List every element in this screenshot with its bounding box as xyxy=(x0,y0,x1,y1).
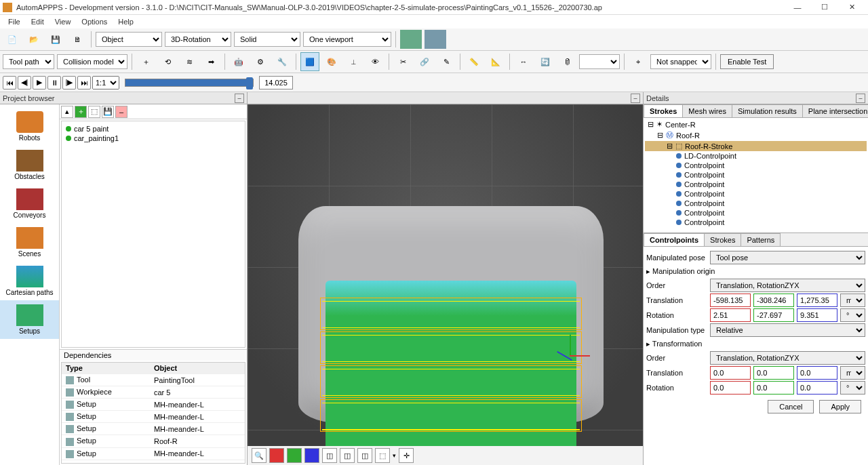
t2y-field[interactable] xyxy=(753,366,794,380)
eye-icon[interactable]: 👁 xyxy=(366,52,384,71)
tree-item[interactable]: car 5 paint xyxy=(64,124,242,134)
robot-icon-2[interactable]: ⚙ xyxy=(251,52,270,71)
menu-view[interactable]: View xyxy=(50,16,77,27)
collapse-all-icon[interactable]: ▴ xyxy=(61,106,73,118)
minimize-button[interactable]: — xyxy=(784,0,811,15)
tree-controlpoint[interactable]: Controlpoint xyxy=(645,208,867,218)
cursor-icon[interactable]: ✛ xyxy=(399,448,414,463)
cylinder-icon[interactable]: 🛢 xyxy=(557,52,576,71)
tab-sim[interactable]: Simulation results xyxy=(732,104,803,117)
thumbnail-2-icon[interactable] xyxy=(425,30,446,49)
tree-item[interactable]: car_painting1 xyxy=(64,134,242,143)
save-as-icon[interactable]: 🗎 xyxy=(68,30,87,49)
tool-icon-1[interactable]: ⟂ xyxy=(344,52,363,71)
project-tree[interactable]: car 5 paint car_painting1 xyxy=(61,121,245,348)
order-select-1[interactable]: Translation, RotationZYX xyxy=(710,279,865,292)
menu-file[interactable]: File xyxy=(3,16,26,27)
edit-icon[interactable]: ✎ xyxy=(437,52,456,71)
angle-icon[interactable]: 📐 xyxy=(486,52,505,71)
spray-icon[interactable]: 🎨 xyxy=(322,52,341,71)
open-icon[interactable]: 📂 xyxy=(24,30,43,49)
step-fwd-icon[interactable]: |▶ xyxy=(62,76,76,89)
toolpath-select[interactable]: Tool path xyxy=(3,54,54,69)
add-icon[interactable]: ＋ xyxy=(75,106,87,118)
tree-controlpoint[interactable]: Controlpoint xyxy=(645,199,867,208)
path-icon-3[interactable]: ≋ xyxy=(180,52,199,71)
table-row[interactable]: Workpiececar 5 xyxy=(62,386,245,399)
pause-icon[interactable]: ⏸ xyxy=(47,76,61,89)
sync-icon[interactable]: ↔ xyxy=(514,52,533,71)
subtab-patterns[interactable]: Patterns xyxy=(741,233,781,246)
view-right-icon[interactable] xyxy=(269,448,284,463)
table-row[interactable]: SetupRoof-R xyxy=(62,435,245,447)
t2z-field[interactable] xyxy=(797,366,837,380)
skip-end-icon[interactable]: ⏭ xyxy=(77,76,91,89)
close-button[interactable]: ✕ xyxy=(838,0,865,15)
r2z-field[interactable] xyxy=(797,381,837,395)
cat-scenes[interactable]: Scenes xyxy=(0,223,59,262)
tree-controlpoint[interactable]: Controlpoint xyxy=(645,189,867,199)
rot-unit-2[interactable]: ° xyxy=(840,381,865,395)
pane-collapse-icon[interactable]: – xyxy=(235,94,244,103)
copy-icon[interactable]: ⬚ xyxy=(88,106,100,118)
paint-icon-active[interactable]: 🟦 xyxy=(300,52,319,71)
trans-unit[interactable]: mm xyxy=(840,294,865,307)
viewport-scene[interactable] xyxy=(248,104,643,446)
menu-help[interactable]: Help xyxy=(113,16,139,27)
view-cube-icon[interactable]: ⬚ xyxy=(375,448,390,463)
cat-cartesian[interactable]: Cartesian paths xyxy=(0,262,59,300)
table-row[interactable]: ToolPaintingTool xyxy=(62,374,245,386)
section-origin[interactable]: Manipulation origin xyxy=(646,266,865,277)
ty-field[interactable] xyxy=(753,294,794,307)
reload-icon[interactable]: 🔄 xyxy=(536,52,555,71)
empty-select[interactable] xyxy=(579,54,620,69)
export-icon[interactable]: ➡ xyxy=(201,52,220,71)
strokes-tree[interactable]: ⊟✶Center-R ⊟ⓂRoof-R ⊟⬚Roof-R-Stroke LD-C… xyxy=(644,118,868,233)
maximize-button[interactable]: ☐ xyxy=(811,0,838,15)
object-select[interactable]: Object xyxy=(96,32,162,47)
subtab-strokes[interactable]: Strokes xyxy=(704,233,741,246)
cat-setups[interactable]: Setups xyxy=(0,300,59,339)
table-row[interactable]: SetupMH-meander-L xyxy=(62,411,245,423)
robot-icon-1[interactable]: 🤖 xyxy=(229,52,248,71)
snap-icon[interactable]: ⌖ xyxy=(629,52,648,71)
cat-robots[interactable]: Robots xyxy=(0,107,59,146)
time-field[interactable] xyxy=(259,76,293,89)
menu-edit[interactable]: Edit xyxy=(26,16,50,27)
ry-field[interactable] xyxy=(753,308,794,322)
tab-strokes[interactable]: Strokes xyxy=(644,104,683,117)
shading-select[interactable]: Solid xyxy=(234,32,300,47)
cancel-button[interactable]: Cancel xyxy=(768,400,814,413)
menu-options[interactable]: Options xyxy=(76,16,113,27)
zoom-icon[interactable]: 🔍 xyxy=(252,448,267,463)
cut-icon[interactable]: ✂ xyxy=(393,52,412,71)
apply-button[interactable]: Apply xyxy=(819,400,861,413)
tree-controlpoint[interactable]: Controlpoint xyxy=(645,218,867,227)
viewport-collapse-icon[interactable]: – xyxy=(631,94,640,103)
thumbnail-1-icon[interactable] xyxy=(400,30,422,49)
rotation-select[interactable]: 3D-Rotation xyxy=(165,32,231,47)
section-transform[interactable]: Transformation xyxy=(646,338,865,350)
path-icon-1[interactable]: ＋ xyxy=(136,52,155,71)
delete-icon[interactable]: – xyxy=(115,106,127,118)
speed-select[interactable]: 1:1 xyxy=(92,76,119,89)
manip-pose-select[interactable]: Tool pose xyxy=(710,251,865,264)
table-row[interactable]: SetupMH-meander-L xyxy=(62,447,245,460)
new-icon[interactable]: 📄 xyxy=(3,30,22,49)
table-row[interactable]: SetupMH-meander-L xyxy=(62,399,245,411)
trans-unit-2[interactable]: mm xyxy=(840,366,865,380)
save-icon[interactable]: 💾 xyxy=(46,30,65,49)
path-icon-2[interactable]: ⟲ xyxy=(158,52,177,71)
tree-controlpoint[interactable]: Controlpoint xyxy=(645,180,867,189)
r2x-field[interactable] xyxy=(710,381,751,395)
gizmo-icon[interactable] xyxy=(549,335,590,376)
tree-controlpoint[interactable]: Controlpoint xyxy=(645,161,867,170)
r2y-field[interactable] xyxy=(753,381,794,395)
tab-plane[interactable]: Plane intersection xyxy=(802,104,868,117)
timeline-slider[interactable] xyxy=(125,79,254,87)
enable-test-button[interactable]: Enable Test xyxy=(720,54,774,69)
table-row[interactable]: SetupMH-meander-L xyxy=(62,423,245,435)
view-iso1-icon[interactable]: ◫ xyxy=(322,448,337,463)
tree-controlpoint[interactable]: Controlpoint xyxy=(645,170,867,180)
rx-field[interactable] xyxy=(710,308,751,322)
